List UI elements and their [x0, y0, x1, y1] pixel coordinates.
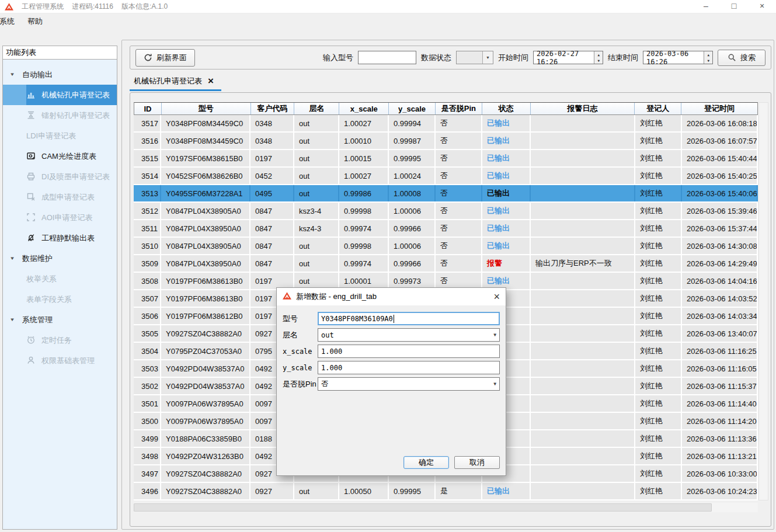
chevron-down-icon[interactable]: ▼ [493, 381, 496, 387]
menu-item[interactable]: 系统 [0, 15, 20, 29]
table-row[interactable]: 3496Y0927SZ04C38882A00927out1.000500.999… [134, 483, 758, 500]
column-header[interactable]: 报警日志 [531, 103, 635, 114]
table-cell: 3504 [134, 343, 161, 359]
column-header[interactable]: 型号 [162, 103, 251, 114]
search-button[interactable]: 搜索 [718, 50, 765, 66]
sidebar-group[interactable]: ▼数据维护 [3, 248, 117, 269]
table-row[interactable]: 3516Y0348PF08M34459C00348out1.000100.999… [134, 133, 758, 150]
table-row[interactable]: 3509Y0847PL04X38950A00847out0.999740.999… [134, 255, 758, 273]
model-value: Y0348PF08M36109A0 [321, 315, 393, 323]
sidebar-group[interactable]: ▼自动输出 [3, 64, 117, 85]
model-input[interactable]: Y0348PF08M36109A0 [318, 312, 500, 325]
sidebar-item[interactable]: 工程静默输出表 [3, 228, 117, 248]
table-cell: 2026-03-06 13:40:07 [682, 325, 758, 342]
sidebar-item[interactable]: 定时任务 [3, 330, 117, 350]
table-row[interactable]: 3512Y0847PL04X38905A00847ksz3-40.999981.… [134, 203, 758, 220]
table-row[interactable]: 3515Y0197SF06M38615B00197out1.000150.999… [134, 150, 758, 168]
table-cell: 0847 [250, 238, 294, 254]
end-time-value: 2026-03-06 16:26 [646, 50, 704, 66]
sidebar-item[interactable]: 权限基础表管理 [3, 350, 117, 371]
sidebar-item[interactable]: CAM光绘进度表 [3, 146, 117, 166]
column-header[interactable]: 是否脱Pin [436, 103, 482, 114]
sidebar-group[interactable]: ▼系统管理 [3, 310, 117, 330]
start-time-spinner[interactable]: ▲▼ [594, 51, 603, 64]
close-icon[interactable]: × [748, 0, 776, 13]
table-cell: 1.00006 [389, 238, 436, 254]
x-scale-input[interactable]: 1.000 [318, 345, 500, 358]
cancel-button[interactable]: 取消 [454, 456, 500, 469]
table-cell: out [294, 483, 339, 499]
table-row[interactable]: 3514Y0452SF06M38626B00452out1.000271.000… [134, 168, 758, 185]
sidebar-item-label: 枚举关系 [26, 274, 57, 284]
table-cell: Y0097PA06W37895A0 [161, 395, 250, 412]
table-row[interactable]: 3517Y0348PF08M34459C00348out1.000270.999… [134, 115, 758, 133]
column-header[interactable]: 状态 [482, 103, 531, 114]
minimize-icon[interactable]: – [692, 0, 720, 13]
table-cell [531, 150, 635, 166]
column-header[interactable]: y_scale [389, 103, 436, 114]
table-row[interactable]: 3510Y0847PL04X38905A00847out0.999981.000… [134, 238, 758, 255]
scrollbar-thumb[interactable] [134, 503, 712, 512]
sidebar-item[interactable]: 枚举关系 [3, 269, 117, 289]
sidebar-item[interactable]: AOI申请登记表 [3, 207, 117, 228]
horizontal-scrollbar[interactable] [134, 503, 758, 512]
table-cell: 否 [436, 220, 482, 237]
table-cell: Y0492PD04W38537A0 [161, 360, 250, 377]
table-cell: 已输出 [482, 273, 531, 289]
table-cell: 2026-03-06 15:40:25 [682, 168, 758, 184]
y-scale-input[interactable]: 1.000 [318, 361, 500, 374]
spin-up-icon[interactable]: ▲ [704, 51, 712, 58]
table-cell [531, 168, 635, 184]
table-cell: out [294, 115, 339, 131]
sidebar-item[interactable]: 机械钻孔申请登记表 [3, 85, 117, 105]
column-header[interactable]: 登记人 [635, 103, 681, 114]
table-row[interactable]: 3513Y0495SF06M37228A10495out0.999861.000… [134, 185, 758, 203]
table-cell: 0348 [250, 133, 294, 149]
process-id: 进程码:41116 [72, 2, 113, 12]
dialog-field: 是否脱Pin否▼ [283, 377, 500, 391]
column-header[interactable]: 层名 [294, 103, 339, 114]
column-header[interactable]: 客户代码 [251, 103, 295, 114]
table-cell: 3500 [134, 413, 161, 429]
forming-icon [26, 192, 36, 202]
end-time-label: 结束时间 [608, 53, 638, 63]
dialog-close-icon[interactable]: × [493, 292, 500, 301]
column-header[interactable]: x_scale [339, 103, 389, 114]
chevron-down-icon[interactable]: ▼ [482, 51, 493, 64]
spin-up-icon[interactable]: ▲ [594, 51, 603, 58]
sidebar-item[interactable]: 镭射钻孔申请登记表 [3, 105, 117, 126]
layer-select[interactable]: out▼ [318, 328, 500, 342]
sidebar-item[interactable]: 表单字段关系 [3, 289, 117, 310]
spin-down-icon[interactable]: ▼ [594, 58, 603, 64]
tab-close-icon[interactable]: × [208, 78, 214, 84]
chevron-down-icon[interactable]: ▼ [493, 332, 496, 338]
menu-item[interactable]: 帮助 [22, 15, 48, 29]
table-cell: 2026-03-06 14:04:16 [682, 273, 758, 289]
tab-mech-drill[interactable]: 机械钻孔申请登记表 × [130, 74, 221, 91]
refresh-button[interactable]: 刷新界面 [135, 49, 195, 67]
sidebar-item[interactable]: 成型申请登记表 [3, 187, 117, 207]
table-cell: 刘红艳 [635, 238, 682, 254]
sidebar-item[interactable]: DI及喷墨申请登记表 [3, 166, 117, 187]
pin-select[interactable]: 否▼ [318, 377, 500, 391]
sidebar-group-label: 自动输出 [22, 69, 53, 80]
table-row[interactable]: 3511Y0847PL04X38950A00847ksz4-30.999740.… [134, 220, 758, 238]
sidebar-item[interactable]: LDI申请登记表 [3, 126, 117, 146]
table-cell: 刘红艳 [635, 343, 682, 359]
ok-button[interactable]: 确定 [403, 456, 449, 469]
end-time-input[interactable]: 2026-03-06 16:26 ▲▼ [643, 51, 713, 64]
spin-down-icon[interactable]: ▼ [704, 58, 712, 64]
table-cell: 3506 [134, 308, 161, 324]
start-time-input[interactable]: 2026-02-27 16:26 ▲▼ [533, 51, 603, 64]
column-header[interactable]: 登记时间 [681, 103, 757, 114]
model-input[interactable] [358, 51, 416, 64]
end-time-spinner[interactable]: ▲▼ [704, 51, 712, 64]
status-select[interactable]: ▼ [456, 51, 493, 64]
maximize-icon[interactable]: □ [720, 0, 748, 13]
vertical-scrollbar[interactable] [758, 102, 768, 500]
table-cell: 1.00027 [339, 115, 389, 131]
refresh-label: 刷新界面 [156, 53, 187, 63]
column-header[interactable]: ID [134, 103, 162, 114]
text-caret [394, 315, 394, 323]
table-cell: Y0847PL04X38905A0 [161, 238, 250, 254]
